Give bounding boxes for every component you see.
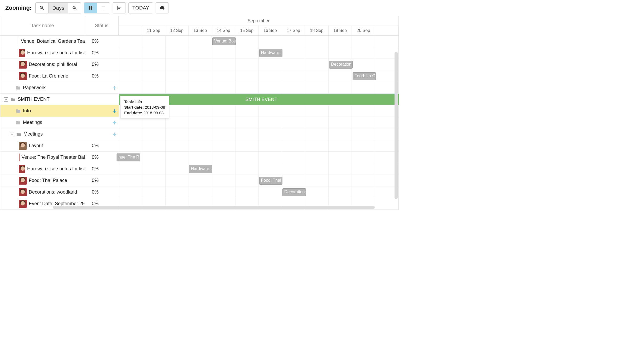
task-bar[interactable]: Decorations: — [282, 188, 306, 196]
month-label: September — [119, 16, 398, 26]
task-bar[interactable]: Hardware: se — [189, 165, 213, 173]
timeline-cell[interactable]: Hardware: se — [119, 47, 398, 59]
task-inner: Venue: The Royal Theater Bal — [0, 153, 85, 161]
task-inner: Food: La Cremerie — [0, 72, 85, 80]
task-row[interactable]: Hardware: see notes for list0%Hardware: … — [0, 163, 398, 175]
avatar — [19, 165, 25, 173]
indent-button[interactable] — [113, 3, 126, 13]
print-group — [156, 2, 169, 13]
task-bar[interactable]: Food: Thai P — [259, 177, 283, 185]
tooltip-start-label: Start date: — [124, 105, 144, 109]
zoom-in-icon — [72, 5, 77, 11]
timeline-cell[interactable] — [119, 117, 398, 128]
timeline-cell[interactable] — [119, 128, 398, 140]
timeline-cell[interactable] — [119, 82, 398, 93]
task-left-cell[interactable]: Paperwork+ — [0, 82, 119, 93]
project-icon — [10, 97, 16, 102]
tooltip-end-label: End date: — [124, 110, 142, 115]
timeline-cell[interactable]: Hardware: se — [119, 163, 398, 175]
task-left-cell[interactable]: Food: Thai Palace0% — [0, 175, 119, 186]
task-row[interactable]: Decorations: pink floral0%Decorations: — [0, 59, 398, 70]
task-inner: Paperwork — [0, 85, 85, 90]
timeline-cell[interactable] — [119, 140, 398, 151]
task-left-cell[interactable]: Hardware: see notes for list0% — [0, 47, 119, 59]
avatar — [19, 49, 25, 57]
timeline-cell[interactable]: Venue: Botan — [119, 36, 398, 47]
avatar — [19, 153, 20, 161]
add-child-button[interactable]: + — [113, 130, 117, 138]
gantt-body: Venue: Botanical Gardens Tea0%Venue: Bot… — [0, 36, 398, 210]
status-cell: 0% — [85, 155, 119, 160]
status-cell: 0% — [85, 62, 119, 67]
task-bar[interactable]: Hardware: se — [259, 49, 283, 57]
timeline-cell[interactable]: Decorations: — [119, 59, 398, 70]
folder-icon — [16, 109, 21, 113]
avatar — [19, 142, 27, 150]
folder-row[interactable]: Paperwork+ — [0, 82, 398, 94]
status-cell: 0% — [85, 166, 119, 172]
day-header: 18 Sep — [305, 26, 328, 35]
print-button[interactable] — [156, 3, 169, 13]
task-left-cell[interactable]: Info+ — [0, 105, 119, 117]
task-row[interactable]: Venue: Botanical Gardens Tea0%Venue: Bot… — [0, 36, 398, 47]
task-row[interactable]: Food: Thai Palace0%Food: Thai P — [0, 175, 398, 186]
collapse-icon[interactable]: − — [10, 132, 14, 136]
task-row[interactable]: Food: La Cremerie0%Food: La Cre — [0, 70, 398, 82]
right-header: September 11 Sep12 Sep13 Sep14 Sep15 Sep… — [119, 16, 398, 35]
zoom-out-icon — [39, 5, 45, 11]
today-button[interactable]: TODAY — [129, 3, 153, 13]
add-child-button[interactable]: + — [113, 118, 117, 127]
folder-row[interactable]: Meetings+ — [0, 117, 398, 128]
task-bar[interactable]: nue: The R — [117, 153, 140, 161]
zoom-days-button[interactable]: Days — [48, 3, 68, 13]
task-left-cell[interactable]: Decorations: pink floral0% — [0, 59, 119, 70]
tooltip-task-value: Info — [135, 99, 142, 104]
task-left-cell[interactable]: Venue: Botanical Gardens Tea0% — [0, 36, 119, 47]
print-icon — [160, 5, 165, 11]
zoom-in-button[interactable] — [68, 3, 81, 13]
day-header: 14 Sep — [212, 26, 235, 35]
timeline-cell[interactable]: nue: The R — [119, 152, 398, 163]
task-row[interactable]: Decorations: woodland0%Decorations: — [0, 186, 398, 198]
folder-row[interactable]: Info+ — [0, 105, 398, 117]
task-left-cell[interactable]: −SMITH EVENT — [0, 94, 119, 105]
collapse-icon[interactable]: − — [4, 97, 8, 102]
avatar — [19, 177, 27, 185]
left-header: Task name Status — [0, 16, 119, 35]
task-bar[interactable]: Food: La Cre — [353, 72, 376, 80]
zoom-out-button[interactable] — [36, 3, 48, 13]
task-left-cell[interactable]: Hardware: see notes for list0% — [0, 163, 119, 175]
add-child-button[interactable]: + — [113, 107, 117, 115]
project-row[interactable]: −SMITH EVENTSMITH EVENT — [0, 94, 398, 105]
task-bar[interactable]: Decorations: — [329, 61, 353, 69]
vertical-scrollbar[interactable] — [395, 52, 398, 199]
timeline-cell[interactable]: Food: Thai P — [119, 175, 398, 186]
horizontal-scrollbar[interactable] — [53, 206, 375, 209]
view-grid-button[interactable] — [84, 3, 97, 13]
timeline-cell[interactable]: Food: La Cre — [119, 70, 398, 82]
task-left-cell[interactable]: Decorations: woodland0% — [0, 186, 119, 198]
avatar — [19, 72, 27, 80]
task-left-cell[interactable]: Venue: The Royal Theater Bal0% — [0, 152, 119, 163]
task-left-cell[interactable]: Food: La Cremerie0% — [0, 70, 119, 82]
task-row[interactable]: Layout0% — [0, 140, 398, 152]
timeline-cell[interactable]: Decorations: — [119, 186, 398, 198]
view-group — [84, 2, 110, 13]
day-header: 16 Sep — [259, 26, 282, 35]
add-child-button[interactable]: + — [113, 84, 117, 92]
task-row[interactable]: Venue: The Royal Theater Bal0%nue: The R — [0, 152, 398, 163]
view-list-button[interactable] — [97, 3, 110, 13]
task-label: Decorations: pink floral — [29, 62, 77, 67]
status-cell: 0% — [85, 178, 119, 183]
task-row[interactable]: Hardware: see notes for list0%Hardware: … — [0, 47, 398, 59]
task-left-cell[interactable]: −Meetings+ — [0, 128, 119, 140]
task-label: Food: Thai Palace — [29, 178, 67, 183]
day-header: 13 Sep — [189, 26, 212, 35]
task-label: Layout — [29, 143, 43, 148]
task-left-cell[interactable]: Meetings+ — [0, 117, 119, 128]
task-left-cell[interactable]: Layout0% — [0, 140, 119, 151]
folder-row[interactable]: −Meetings+ — [0, 128, 398, 140]
day-header: 19 Sep — [329, 26, 352, 35]
task-bar[interactable]: Venue: Botan — [212, 37, 236, 45]
zoom-group: Days — [35, 2, 81, 13]
